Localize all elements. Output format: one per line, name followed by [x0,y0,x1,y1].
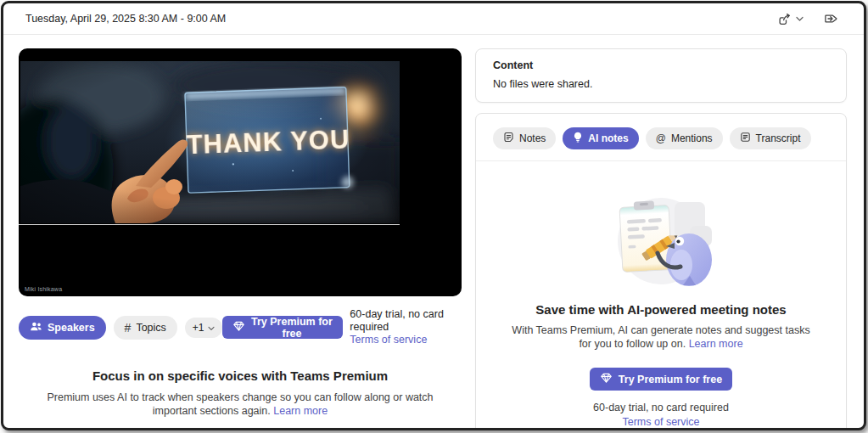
premium-gem-icon [600,372,613,386]
tab-ai-notes-label: AI notes [588,132,628,144]
recording-video-player[interactable]: THANK YOU Miki Ishika [19,48,462,296]
try-premium-label-left: Try Premium for free [251,316,333,340]
topics-filter-label: Topics [136,322,165,334]
tabs-row: Notes AI notes @ [476,114,846,161]
lightbulb-icon [573,132,583,145]
tab-transcript[interactable]: Transcript [730,127,811,149]
people-icon [30,321,42,335]
transcript-icon [740,132,751,145]
share-icon [777,12,792,26]
tab-ai-notes[interactable]: AI notes [563,127,638,149]
tab-notes-label: Notes [519,132,546,144]
premium-promo-text: Premium uses AI to track when speakers c… [47,391,433,417]
chevron-down-icon [796,16,804,22]
content-card: Content No files were shared. [475,48,847,103]
premium-promo-heading: Focus in on specific voices with Teams P… [19,368,462,383]
video-progress-divider [19,224,400,225]
share-button[interactable] [776,10,805,28]
notes-card: Notes AI notes @ [475,113,847,430]
ai-notes-panel: Save time with AI-powered meeting notes … [476,161,846,430]
terms-link-left[interactable]: Terms of service [350,334,427,346]
content-card-empty-text: No files were shared. [493,78,829,90]
premium-gem-icon [232,320,245,335]
ai-panel-body: With Teams Premium, AI can generate note… [512,323,810,351]
trial-text-left: 60-day trial, no card required [350,308,462,334]
tab-notes[interactable]: Notes [493,127,556,149]
speakers-filter-button[interactable]: Speakers [19,316,106,340]
video-frame: THANK YOU [20,61,400,223]
main-area: THANK YOU Miki Ishika [3,35,864,428]
try-premium-button-left[interactable]: Try Premium for free [222,316,344,339]
learn-more-link-right[interactable]: Learn more [689,338,743,350]
tab-transcript-label: Transcript [756,132,801,144]
mention-icon: @ [656,132,666,144]
ai-panel-heading: Save time with AI-powered meeting notes [535,302,786,317]
hash-icon: # [125,321,132,335]
recording-column: THANK YOU Miki Ishika [19,48,462,428]
chevron-down-icon [208,322,215,334]
filter-controls: Speakers # Topics +1 [19,308,462,346]
open-recap-button[interactable] [822,10,842,27]
premium-offer-left: Try Premium for free 60-day trial, no ca… [222,308,462,346]
tab-mentions[interactable]: @ Mentions [646,127,723,149]
open-recap-icon [824,12,840,25]
trial-text-right: 60-day trial, no card required [593,402,729,413]
more-filters-label: +1 [193,322,204,334]
premium-promo-body: Premium uses AI to track when speakers c… [35,391,445,418]
content-card-title: Content [493,59,829,71]
ai-panel-text: With Teams Premium, AI can generate note… [512,324,809,350]
terms-link-right[interactable]: Terms of service [623,416,700,428]
details-column: Content No files were shared. Notes [475,48,847,428]
meeting-title: Tuesday, April 29, 2025 8:30 AM - 9:00 A… [25,13,776,25]
topbar-actions [776,10,842,28]
try-premium-button-right[interactable]: Try Premium for free [590,368,732,391]
video-speaker-label: Miki Ishikawa [25,286,62,292]
more-filters-button[interactable]: +1 [185,318,222,338]
ai-notes-illustration [593,192,729,290]
topbar: Tuesday, April 29, 2025 8:30 AM - 9:00 A… [3,3,864,35]
learn-more-link-left[interactable]: Learn more [273,405,328,417]
meeting-recap-window: Tuesday, April 29, 2025 8:30 AM - 9:00 A… [1,1,866,430]
speakers-filter-label: Speakers [48,322,95,334]
notes-icon [503,132,514,145]
trial-note-left: 60-day trial, no card required Terms of … [350,308,462,346]
tab-mentions-label: Mentions [671,132,713,144]
topics-filter-button[interactable]: # Topics [114,316,177,340]
try-premium-label-right: Try Premium for free [619,374,722,385]
